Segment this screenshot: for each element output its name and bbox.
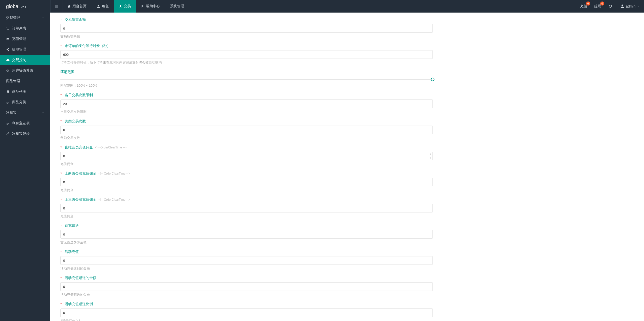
form-label: *活动充值赠送的金额 xyxy=(60,276,433,280)
nav-tab-1[interactable]: 角色 xyxy=(92,0,114,13)
nav-tab-4[interactable]: 系统管理 xyxy=(165,0,189,13)
form-input-8[interactable] xyxy=(60,230,433,239)
form-input-4[interactable] xyxy=(60,126,433,134)
link-icon xyxy=(6,100,10,104)
slider[interactable] xyxy=(60,77,433,82)
chevron-down-icon xyxy=(42,17,44,19)
label-text: 交易所需余额 xyxy=(65,18,86,22)
sidebar-item-label: 利息宝选项 xyxy=(12,121,30,126)
sidebar-group-0[interactable]: 交易管理 xyxy=(0,13,50,23)
sidebar-item-0-0[interactable]: 订单列表 xyxy=(0,23,50,34)
refresh-icon xyxy=(608,4,612,8)
form-input-7[interactable] xyxy=(60,204,433,212)
refresh-button[interactable] xyxy=(605,0,616,13)
step-down[interactable]: ▼ xyxy=(428,156,432,160)
sidebar-toggle-button[interactable] xyxy=(50,0,62,13)
sidebar-item-0-2[interactable]: 提现管理 xyxy=(0,44,50,55)
slider-track xyxy=(60,79,433,80)
nav-tab-3[interactable]: 帮助中心 xyxy=(136,0,165,13)
nav-tab-label: 交易 xyxy=(124,4,131,9)
sidebar-group-2[interactable]: 利息宝 xyxy=(0,108,50,118)
form-input-3[interactable] xyxy=(60,99,433,108)
label-text: 活动充值赠送的金额 xyxy=(65,276,96,280)
step-up[interactable]: ▲ xyxy=(428,152,432,156)
menu-icon xyxy=(54,4,58,8)
sidebar-group-title: 交易管理 xyxy=(6,16,20,20)
sidebar-item-1-1[interactable]: 商品分类 xyxy=(0,97,50,108)
share-icon xyxy=(6,48,10,51)
power-icon xyxy=(6,69,10,72)
form-input-6[interactable] xyxy=(60,178,433,186)
cart-icon xyxy=(6,27,10,30)
nav-tab-0[interactable]: 后台首页 xyxy=(62,0,92,13)
withdraw-link[interactable]: 提现 0 xyxy=(591,0,605,13)
nav-tab-label: 角色 xyxy=(102,4,109,9)
label-text: 匹配范围 xyxy=(60,70,74,74)
form-help: 活动充值赠送的金额 xyxy=(60,292,433,297)
sidebar-item-1-0[interactable]: 商品列表 xyxy=(0,86,50,97)
user-name: admin xyxy=(626,4,635,8)
home-icon xyxy=(67,5,71,8)
required-asterisk: * xyxy=(60,224,62,228)
label-text: 活动充值 xyxy=(65,250,79,254)
nav-tab-2[interactable]: 交易 xyxy=(114,0,136,13)
form-input-0[interactable] xyxy=(60,24,433,33)
form-help: 1等于百分之1 xyxy=(60,318,433,321)
user-menu[interactable]: admin xyxy=(616,0,644,13)
form-label: *首充赠送 xyxy=(60,224,433,228)
form-row-1: *未订单的支付等待时长（秒）订单支付等待时长，新下订单未在此时间内容完成支付将会… xyxy=(60,44,433,65)
form-input-9[interactable] xyxy=(60,256,433,265)
form-row-6: *上两级会员充值佣金<!-- OrderClearTime -->充值佣金 xyxy=(60,171,433,192)
label-text: 上三级会员充值佣金 xyxy=(65,197,96,202)
recharge-link[interactable]: 充值 0 xyxy=(577,0,591,13)
form-label: *直推会员充值佣金<!-- OrderClearTime --> xyxy=(60,145,433,150)
chevron-down-icon xyxy=(42,112,44,114)
sidebar-item-label: 商品分类 xyxy=(12,100,26,104)
label-comment: <!-- OrderClearTime --> xyxy=(98,198,130,201)
form-help: 充值佣金 xyxy=(60,188,433,192)
form-help: 订单支付等待时长，新下订单未在此时间内容完成支付将会被自动取消 xyxy=(60,60,433,65)
form-row-3: *当日交易次数限制当日交易次数限制 xyxy=(60,93,433,114)
form-input-1[interactable] xyxy=(60,50,433,59)
label-comment: <!-- OrderClearTime --> xyxy=(98,172,130,175)
flag-icon xyxy=(141,5,144,8)
sidebar-item-0-1[interactable]: 充值管理 xyxy=(0,34,50,44)
form-row-7: *上三级会员充值佣金<!-- OrderClearTime -->充值佣金 xyxy=(60,197,433,219)
label-text: 未订单的支付等待时长（秒） xyxy=(65,44,110,48)
required-asterisk: * xyxy=(60,302,62,306)
header: global V2.1 后台首页角色交易帮助中心系统管理 充值 0 提现 0 a… xyxy=(0,0,644,13)
sidebar-group-title: 利息宝 xyxy=(6,111,17,115)
slider-handle[interactable] xyxy=(431,78,434,81)
form-label: *当日交易次数限制 xyxy=(60,93,433,97)
form-label: *奖励交易次数 xyxy=(60,119,433,124)
form-help: 匹配范围：100% ~ 100% xyxy=(60,83,433,88)
required-asterisk: * xyxy=(60,18,62,22)
required-asterisk: * xyxy=(60,198,62,202)
form-label: *上三级会员充值佣金<!-- OrderClearTime --> xyxy=(60,197,433,202)
form-input-11[interactable] xyxy=(60,308,433,317)
user-icon xyxy=(620,4,624,8)
sidebar-item-0-4[interactable]: 用户等级升级 xyxy=(0,65,50,76)
form-input-5[interactable] xyxy=(60,152,433,160)
sidebar-group-1[interactable]: 商品管理 xyxy=(0,76,50,86)
form-row-11: *活动充值赠送比例1等于百分之1 xyxy=(60,302,433,321)
sidebar-item-2-1[interactable]: 利息宝记录 xyxy=(0,129,50,139)
sidebar-item-0-3[interactable]: 交易控制 xyxy=(0,55,50,65)
form-help: 当日交易次数限制 xyxy=(60,110,433,114)
form-help: 交易所需余额 xyxy=(60,34,433,39)
sidebar-item-label: 提现管理 xyxy=(12,47,26,52)
required-asterisk: * xyxy=(60,44,62,48)
label-text: 活动充值赠送比例 xyxy=(65,302,93,306)
required-asterisk: * xyxy=(60,172,62,176)
label-text: 上两级会员充值佣金 xyxy=(65,171,96,176)
chat-icon xyxy=(6,37,10,41)
label-text: 当日交易次数限制 xyxy=(65,93,93,97)
logo-text: global xyxy=(6,4,19,9)
sidebar-item-2-0[interactable]: 利息宝选项 xyxy=(0,118,50,129)
form-input-10[interactable] xyxy=(60,282,433,291)
form-help: 首充赠送多少金额 xyxy=(60,240,433,245)
form-help: 充值佣金 xyxy=(60,214,433,219)
main-content: *交易所需余额交易所需余额*未订单的支付等待时长（秒）订单支付等待时长，新下订单… xyxy=(50,13,644,321)
sidebar-item-label: 充值管理 xyxy=(12,37,26,41)
sidebar-item-label: 利息宝记录 xyxy=(12,132,30,136)
